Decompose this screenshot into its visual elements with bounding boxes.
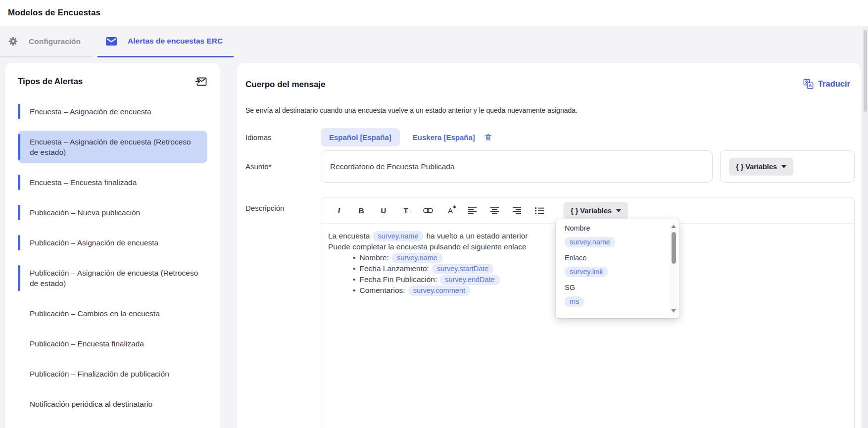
alert-item[interactable]: Publicación – Nueva publicación xyxy=(18,201,207,224)
variable-option[interactable]: ms xyxy=(565,296,584,307)
variable-chip: survey.name xyxy=(373,231,423,241)
tab-alertas-erc[interactable]: Alertas de encuestas ERC xyxy=(97,26,234,57)
dropdown-scrollbar[interactable] xyxy=(670,222,677,315)
translate-icon: A xyxy=(803,79,814,89)
language-chip-euskera[interactable]: Euskera [España] xyxy=(413,133,475,142)
page-scrollbar[interactable] xyxy=(863,26,868,428)
variable-group: Enlace survey.link xyxy=(565,254,660,277)
alert-item[interactable]: Publicación – Asignación de encuesta xyxy=(18,232,207,254)
tab-configuracion-label: Configuración xyxy=(29,37,81,46)
underline-icon[interactable]: U xyxy=(379,205,388,216)
subject-variables-button[interactable]: { } Variables xyxy=(729,158,793,176)
alert-item[interactable]: Publicación – Encuesta finalizada xyxy=(18,333,207,355)
variable-group-label: SG xyxy=(565,284,660,291)
translate-button[interactable]: A Traducir xyxy=(803,79,850,89)
link-icon[interactable] xyxy=(423,205,433,216)
message-body-title: Cuerpo del mensaje xyxy=(245,80,326,90)
variable-group: Nombre survey.name xyxy=(565,224,660,247)
variable-group-label: Enlace xyxy=(565,254,660,262)
subject-input[interactable] xyxy=(321,150,713,183)
page-scrollbar-thumb[interactable] xyxy=(864,30,867,112)
variable-chip: survey.endDate xyxy=(440,275,499,285)
variable-chip: survey.name xyxy=(392,253,442,263)
scroll-up-icon[interactable] xyxy=(671,225,676,228)
gear-icon xyxy=(8,37,18,46)
language-chip-espanol[interactable]: Español [España] xyxy=(321,128,400,146)
translate-label: Traducir xyxy=(818,79,850,89)
droplet-icon xyxy=(453,205,456,208)
trash-icon[interactable] xyxy=(484,133,492,142)
mail-forward-icon[interactable] xyxy=(195,76,207,88)
variable-group-label: Nombre xyxy=(565,224,660,232)
alert-item[interactable]: Encuesta – Asignación de encuesta xyxy=(18,100,207,123)
unordered-list-icon[interactable] xyxy=(534,205,544,216)
asunto-label: Asunto* xyxy=(245,162,321,171)
scroll-down-icon[interactable] xyxy=(671,309,676,313)
alert-item-selected[interactable]: Encuesta – Asignación de encuesta (Retro… xyxy=(18,131,207,163)
top-header-bar: Modelos de Encuestas xyxy=(0,0,868,26)
tab-bar: Configuración Alertas de encuestas ERC xyxy=(0,26,234,57)
mail-icon xyxy=(106,37,117,46)
chevron-down-icon xyxy=(781,165,786,168)
alert-item[interactable]: Publicación – Finalización de publicació… xyxy=(18,363,207,385)
align-center-icon[interactable] xyxy=(490,205,500,216)
alert-type-list: Encuesta – Asignación de encuesta Encues… xyxy=(18,100,207,415)
alert-item[interactable]: Encuesta – Encuesta finalizada xyxy=(18,171,207,193)
alert-item[interactable]: Notificación periódica al destinatario xyxy=(18,393,207,415)
strikethrough-icon[interactable]: T xyxy=(401,205,411,216)
alert-types-title: Tipos de Alertas xyxy=(18,77,83,87)
alert-item[interactable]: Publicación – Asignación de encuesta (Re… xyxy=(18,262,207,294)
scrollbar-thumb[interactable] xyxy=(672,232,676,264)
tab-configuracion[interactable]: Configuración xyxy=(0,26,92,57)
variable-option[interactable]: survey.name xyxy=(565,237,615,247)
italic-icon[interactable]: I xyxy=(334,205,344,216)
alert-types-panel: Tipos de Alertas Encuesta – Asignación d… xyxy=(5,63,220,428)
subject-variables-box: { } Variables xyxy=(720,150,855,183)
descripcion-label: Descripción xyxy=(245,197,321,212)
variable-chip: survey.startDate xyxy=(432,264,494,274)
variables-dropdown-panel: Nombre survey.name Enlace survey.link SG… xyxy=(556,219,679,318)
font-color-icon[interactable]: A xyxy=(445,205,455,216)
idiomas-label: Idiomas xyxy=(245,133,321,142)
alert-item[interactable]: Publicación – Cambios en la encuesta xyxy=(18,302,207,325)
chevron-down-icon xyxy=(616,209,621,212)
tab-alertas-erc-label: Alertas de encuestas ERC xyxy=(128,37,223,46)
align-right-icon[interactable] xyxy=(512,205,522,216)
align-left-icon[interactable] xyxy=(468,205,478,216)
variable-chip: survey.comment xyxy=(408,285,470,296)
message-body-panel: Cuerpo del mensaje A Traducir Se envía a… xyxy=(237,63,861,428)
svg-text:A: A xyxy=(809,83,812,88)
variable-group: SG ms xyxy=(565,284,660,307)
page-title: Modelos de Encuestas xyxy=(8,8,100,18)
editor-variables-button[interactable]: { } Variables xyxy=(564,202,628,220)
message-description: Se envía al destinatario cuando una encu… xyxy=(245,106,578,114)
variable-option[interactable]: survey.link xyxy=(565,267,608,277)
bold-icon[interactable]: B xyxy=(356,205,366,216)
language-chip-list: Español [España] Euskera [España] xyxy=(321,128,492,146)
